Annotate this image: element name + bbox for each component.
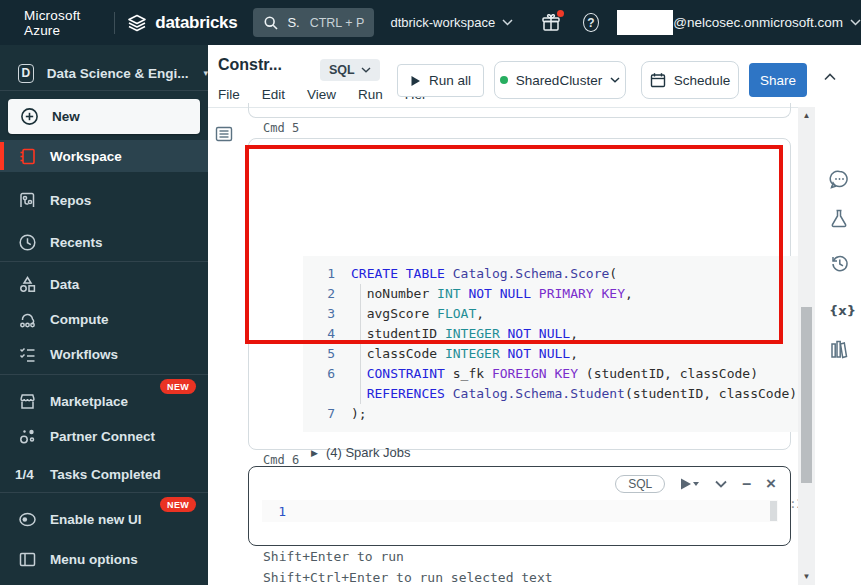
code-line[interactable]: 2 noNumber INT NOT NULL PRIMARY KEY, xyxy=(303,284,827,304)
schedule-label: Schedule xyxy=(674,73,730,88)
collapse-header-button[interactable] xyxy=(824,73,836,81)
account-menu[interactable]: @nelcosec.onmicrosoft.com xyxy=(673,15,861,30)
chevron-down-icon xyxy=(502,19,513,26)
sidebar-item-repos[interactable]: Repos xyxy=(0,185,208,215)
whats-new-button[interactable] xyxy=(541,13,561,33)
comments-button[interactable] xyxy=(829,169,850,190)
sidebar-item-partner-connect[interactable]: Partner Connect xyxy=(0,421,208,451)
sidebar-item-label: Compute xyxy=(50,312,109,327)
collapse-cell-button[interactable] xyxy=(715,480,727,488)
account-email: @nelcosec.onmicrosoft.com xyxy=(673,15,843,30)
run-cell-button[interactable] xyxy=(680,478,700,490)
cluster-status-dot xyxy=(500,76,508,84)
scrollbar-thumb[interactable] xyxy=(801,307,812,483)
table-of-contents-toggle[interactable] xyxy=(215,125,233,143)
library-button[interactable] xyxy=(829,339,849,360)
sidebar-item-menu-options[interactable]: Menu options xyxy=(0,544,208,574)
cmd6-code-editor[interactable]: 1 xyxy=(262,500,778,522)
share-button[interactable]: Share xyxy=(749,63,807,97)
sidebar-item-compute[interactable]: Compute xyxy=(0,304,208,334)
top-bar: Microsoft Azure databricks S. CTRL + P xyxy=(0,0,861,45)
previous-cell-edge xyxy=(248,103,791,118)
code-line[interactable]: 3 avgScore FLOAT, xyxy=(303,304,827,324)
delete-cell-button[interactable]: × xyxy=(766,478,776,490)
code-line[interactable]: 4 studentID INTEGER NOT NULL, xyxy=(303,324,827,344)
sidebar-item-label: Enable new UI xyxy=(50,512,142,527)
cmd6-cell[interactable]: SQL – × 1 xyxy=(248,466,791,546)
share-label: Share xyxy=(760,73,796,88)
right-icon-rail: {x} xyxy=(815,107,861,585)
compute-cloud-icon xyxy=(18,310,37,329)
toggle-eye-icon xyxy=(18,510,37,529)
menu-edit[interactable]: Edit xyxy=(262,87,285,102)
line-number: 1 xyxy=(262,504,300,519)
cmd5-cell[interactable]: 1CREATE TABLE Catalog.Schema.Score(2 noN… xyxy=(248,138,791,450)
code-line[interactable]: 6 CONSTRAINT s_fk FOREIGN KEY (studentID… xyxy=(303,364,827,384)
notebook-main: Constr... SQL File Edit View Run Hel Run… xyxy=(208,45,861,585)
workflows-checklist-icon xyxy=(18,345,37,364)
experiments-button[interactable] xyxy=(829,208,849,229)
sidebar-divider xyxy=(0,492,208,493)
persona-icon: D xyxy=(18,64,34,83)
schedule-button[interactable]: Schedule xyxy=(641,61,739,99)
sidebar: D Data Science & Engi... ▾ New Workspace… xyxy=(0,45,208,585)
repos-icon xyxy=(18,191,37,210)
sidebar-item-label: Partner Connect xyxy=(50,429,155,444)
panel-menu-icon xyxy=(18,550,37,569)
code-line[interactable]: 5 classCode INTEGER NOT NULL, xyxy=(303,344,827,364)
cmd5-code: 1CREATE TABLE Catalog.Schema.Score(2 noN… xyxy=(303,264,827,424)
disclosure-triangle-icon: ▶ xyxy=(311,448,318,458)
data-shapes-icon xyxy=(18,275,37,294)
sidebar-item-label: Workflows xyxy=(50,347,118,362)
persona-switcher[interactable]: D Data Science & Engi... ▾ xyxy=(0,58,208,88)
sidebar-item-workspace[interactable]: Workspace xyxy=(0,140,208,172)
sidebar-item-enable-new-ui[interactable]: Enable new UI NEW xyxy=(0,504,208,534)
editor-scrollbar-nub xyxy=(770,501,777,521)
cmd5-label: Cmd 5 xyxy=(263,121,299,135)
sidebar-divider xyxy=(0,90,208,91)
run-selected-hint: Shift+Ctrl+Enter to run selected text xyxy=(263,570,553,585)
chevron-up-icon xyxy=(824,73,836,81)
scroll-down-arrow[interactable]: ▼ xyxy=(798,572,815,581)
cell-language-pill[interactable]: SQL xyxy=(615,475,665,493)
calendar-icon xyxy=(650,72,666,88)
spark-jobs-toggle[interactable]: ▶ (4) Spark Jobs xyxy=(311,445,410,460)
sidebar-item-data[interactable]: Data xyxy=(0,269,208,299)
chevron-down-icon xyxy=(610,77,620,83)
sidebar-item-new[interactable]: New xyxy=(8,99,200,134)
revision-history-button[interactable] xyxy=(829,253,850,274)
minimize-cell-button[interactable]: – xyxy=(742,479,751,489)
run-all-button[interactable]: Run all xyxy=(397,64,484,97)
code-line[interactable]: 1CREATE TABLE Catalog.Schema.Score( xyxy=(303,264,827,284)
scroll-up-arrow[interactable]: ▲ xyxy=(798,111,815,120)
code-line[interactable]: REFERENCES Catalog.Schema.Student(studen… xyxy=(303,384,827,404)
chevron-down-icon xyxy=(715,480,727,488)
notebook-title[interactable]: Constr... xyxy=(218,56,282,74)
menu-view[interactable]: View xyxy=(307,87,336,102)
indent-guide xyxy=(360,284,361,404)
cmd5-code-editor[interactable]: 1CREATE TABLE Catalog.Schema.Score(2 noN… xyxy=(303,256,827,432)
marketplace-storefront-icon xyxy=(18,392,37,411)
sidebar-item-workflows[interactable]: Workflows xyxy=(0,339,208,369)
menu-file[interactable]: File xyxy=(218,87,240,102)
sidebar-item-recents[interactable]: Recents xyxy=(0,227,208,257)
sidebar-divider xyxy=(0,374,208,375)
search-input[interactable]: S. CTRL + P xyxy=(253,8,374,37)
cluster-selector[interactable]: SharedCluster xyxy=(494,61,626,99)
notebook-language-select[interactable]: SQL xyxy=(320,59,380,81)
sidebar-item-marketplace[interactable]: Marketplace NEW xyxy=(0,386,208,416)
variables-button[interactable]: {x} xyxy=(829,303,856,318)
azure-brand: Microsoft Azure xyxy=(24,8,100,38)
workspace-switcher[interactable]: dtbrick-workspace xyxy=(390,15,513,30)
menu-run[interactable]: Run xyxy=(358,87,383,102)
run-all-label: Run all xyxy=(429,73,471,88)
search-icon xyxy=(263,15,279,31)
sidebar-item-tasks[interactable]: 1/4 Tasks Completed xyxy=(0,459,208,489)
workspace-notebook-icon xyxy=(18,147,37,166)
databricks-logo[interactable]: databricks xyxy=(126,12,237,34)
account-redacted xyxy=(617,10,674,35)
code-line[interactable]: 7); xyxy=(303,404,827,424)
help-button[interactable]: ? xyxy=(583,13,598,32)
notebook-scrollbar[interactable]: ▲ ▼ xyxy=(798,107,815,585)
new-badge: NEW xyxy=(160,379,196,394)
